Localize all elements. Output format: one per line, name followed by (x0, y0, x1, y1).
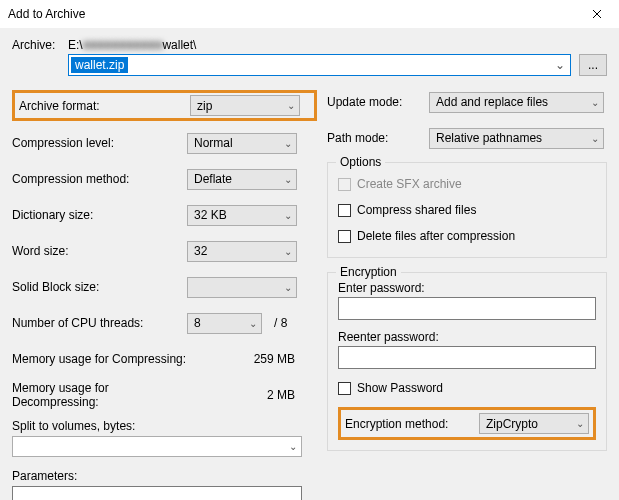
browse-button[interactable]: ... (579, 54, 607, 76)
archive-name-combo[interactable]: wallet.zip ⌄ (68, 54, 571, 76)
path-mode-select[interactable]: Relative pathnames ⌄ (429, 128, 604, 149)
close-icon (592, 9, 602, 19)
solid-block-size-label: Solid Block size: (12, 280, 187, 294)
archive-format-select[interactable]: zip ⌄ (190, 95, 300, 116)
options-title: Options (336, 155, 385, 169)
titlebar: Add to Archive (0, 0, 619, 28)
archive-name-value: wallet.zip (71, 57, 128, 73)
enter-password-input[interactable] (338, 297, 596, 320)
mem-compress-value: 259 MB (187, 352, 297, 366)
chevron-down-icon: ⌄ (576, 418, 584, 429)
word-size-label: Word size: (12, 244, 187, 258)
encryption-group: Encryption Enter password: Reenter passw… (327, 272, 607, 451)
archive-format-highlight: Archive format: zip ⌄ (12, 90, 317, 121)
cpu-threads-total: / 8 (274, 316, 287, 330)
encryption-method-highlight: Encryption method: ZipCrypto ⌄ (338, 407, 596, 440)
chevron-down-icon: ⌄ (287, 100, 295, 111)
mem-decompress-value: 2 MB (187, 388, 297, 402)
archive-format-label: Archive format: (19, 99, 190, 113)
window-title: Add to Archive (8, 7, 85, 21)
solid-block-size-select[interactable]: ⌄ (187, 277, 297, 298)
compress-shared-label: Compress shared files (357, 203, 476, 217)
show-password-label: Show Password (357, 381, 443, 395)
left-column: Archive format: zip ⌄ Compression level:… (12, 90, 317, 500)
encryption-method-select[interactable]: ZipCrypto ⌄ (479, 413, 589, 434)
encryption-method-label: Encryption method: (345, 417, 479, 431)
word-size-select[interactable]: 32 ⌄ (187, 241, 297, 262)
sfx-label: Create SFX archive (357, 177, 462, 191)
delete-after-checkbox[interactable] (338, 230, 351, 243)
parameters-input[interactable] (12, 486, 302, 500)
chevron-down-icon: ⌄ (249, 318, 257, 329)
mem-compress-label: Memory usage for Compressing: (12, 352, 187, 366)
chevron-down-icon: ⌄ (289, 441, 297, 452)
cpu-threads-label: Number of CPU threads: (12, 316, 187, 330)
dictionary-size-select[interactable]: 32 KB ⌄ (187, 205, 297, 226)
compression-method-select[interactable]: Deflate ⌄ (187, 169, 297, 190)
chevron-down-icon: ⌄ (284, 138, 292, 149)
reenter-password-label: Reenter password: (338, 330, 596, 344)
delete-after-label: Delete files after compression (357, 229, 515, 243)
update-mode-label: Update mode: (327, 95, 429, 109)
chevron-down-icon: ⌄ (284, 174, 292, 185)
reenter-password-input[interactable] (338, 346, 596, 369)
dialog-content: Archive: E:\■■■■■■■■■■■wallet\ wallet.zi… (0, 28, 619, 500)
chevron-down-icon: ⌄ (284, 210, 292, 221)
chevron-down-icon: ⌄ (552, 57, 568, 73)
mem-decompress-label: Memory usage for Decompressing: (12, 381, 187, 409)
dictionary-size-label: Dictionary size: (12, 208, 187, 222)
archive-label: Archive: (12, 38, 68, 52)
chevron-down-icon: ⌄ (591, 133, 599, 144)
close-button[interactable] (575, 1, 619, 27)
sfx-checkbox (338, 178, 351, 191)
compression-level-select[interactable]: Normal ⌄ (187, 133, 297, 154)
archive-path: E:\■■■■■■■■■■■wallet\ (68, 38, 607, 52)
enter-password-label: Enter password: (338, 281, 596, 295)
chevron-down-icon: ⌄ (284, 246, 292, 257)
path-mode-label: Path mode: (327, 131, 429, 145)
options-group: Options Create SFX archive Compress shar… (327, 162, 607, 258)
chevron-down-icon: ⌄ (284, 282, 292, 293)
update-mode-select[interactable]: Add and replace files ⌄ (429, 92, 604, 113)
compression-level-label: Compression level: (12, 136, 187, 150)
split-volumes-label: Split to volumes, bytes: (12, 419, 135, 433)
encryption-title: Encryption (336, 265, 401, 279)
show-password-checkbox[interactable] (338, 382, 351, 395)
split-volumes-combo[interactable]: ⌄ (12, 436, 302, 457)
right-column: Update mode: Add and replace files ⌄ Pat… (317, 90, 607, 500)
compression-method-label: Compression method: (12, 172, 187, 186)
cpu-threads-select[interactable]: 8 ⌄ (187, 313, 262, 334)
compress-shared-checkbox[interactable] (338, 204, 351, 217)
parameters-label: Parameters: (12, 469, 77, 483)
chevron-down-icon: ⌄ (591, 97, 599, 108)
